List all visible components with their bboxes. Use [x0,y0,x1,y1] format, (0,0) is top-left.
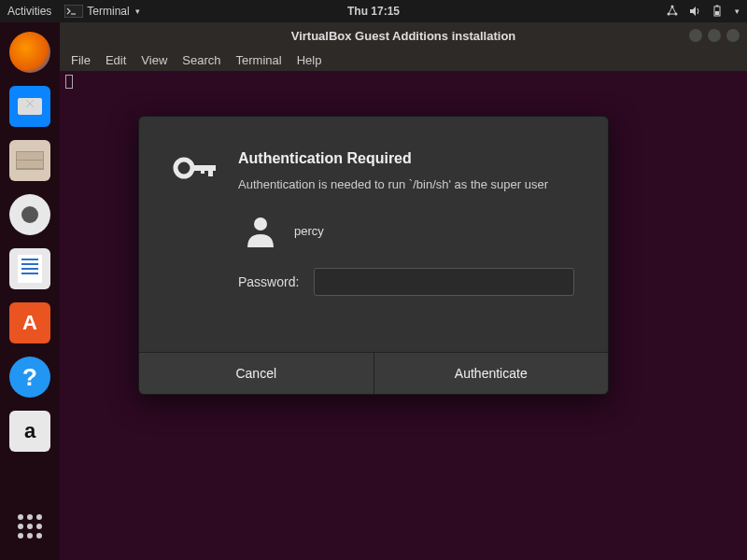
menu-file[interactable]: File [71,53,91,67]
auth-user-row: percy [238,214,574,247]
topbar-app-label: Terminal [87,5,129,18]
menu-edit[interactable]: Edit [106,53,126,67]
dock-ubuntu-software[interactable]: A [9,302,50,343]
network-icon [666,5,679,18]
svg-rect-11 [201,165,204,174]
topbar-status-area[interactable]: ▾ [666,5,740,18]
activities-button[interactable]: Activities [7,5,51,18]
topbar-app-menu[interactable]: Terminal ▾ [64,5,139,18]
svg-rect-7 [715,11,719,15]
auth-username: percy [294,224,324,238]
polkit-auth-dialog: Authentication Required Authentication i… [138,116,609,395]
dock-thunderbird[interactable] [9,86,50,127]
svg-point-8 [176,160,192,176]
svg-rect-10 [208,165,213,176]
dock-rhythmbox[interactable] [9,194,50,235]
password-label: Password: [238,274,299,289]
dock-help[interactable]: ? [9,357,50,398]
svg-point-12 [254,217,267,231]
key-icon [173,150,219,296]
chevron-down-icon: ▾ [135,7,140,16]
show-applications-button[interactable] [9,506,50,547]
menu-view[interactable]: View [141,53,167,67]
ubuntu-dock: A ? a [0,22,60,560]
gnome-top-bar: Activities Terminal ▾ Thu 17:15 ▾ [0,0,747,22]
cancel-button[interactable]: Cancel [139,353,374,394]
window-titlebar[interactable]: VirtualBox Guest Additions installation [60,22,747,49]
dock-libreoffice-writer[interactable] [9,248,50,289]
window-maximize-button[interactable] [708,29,721,42]
svg-rect-0 [64,5,83,18]
terminal-cursor [65,75,73,89]
auth-dialog-message: Authentication is needed to run `/bin/sh… [238,176,574,193]
dock-amazon[interactable]: a [9,411,50,452]
terminal-menubar: File Edit View Search Terminal Help [60,49,747,71]
authenticate-button[interactable]: Authenticate [374,353,609,394]
window-controls [689,29,740,42]
menu-search[interactable]: Search [182,53,220,67]
window-minimize-button[interactable] [689,29,702,42]
menu-terminal[interactable]: Terminal [236,53,282,67]
volume-icon [688,5,701,18]
dock-firefox[interactable] [9,32,50,73]
topbar-clock[interactable]: Thu 17:15 [347,5,400,18]
password-input[interactable] [314,268,574,296]
auth-dialog-title: Authentication Required [238,150,574,167]
battery-icon [711,5,724,18]
svg-rect-6 [716,6,719,7]
window-close-button[interactable] [726,29,740,42]
menu-help[interactable]: Help [297,53,322,67]
chevron-down-icon: ▾ [735,7,740,16]
window-title: VirtualBox Guest Additions installation [291,29,516,43]
user-avatar-icon [244,214,277,247]
terminal-app-icon [64,5,83,18]
dock-files[interactable] [9,140,50,181]
